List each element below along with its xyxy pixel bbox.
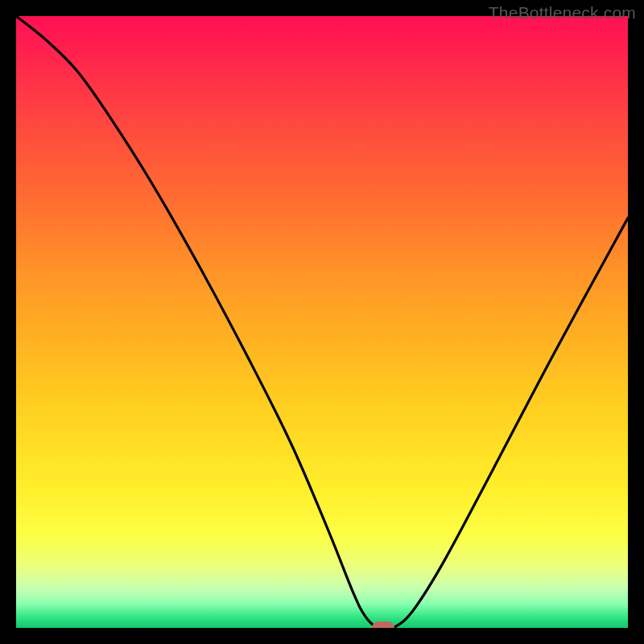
plot-area: [16, 16, 628, 628]
bottleneck-marker: [372, 621, 394, 628]
chart-frame: TheBottleneck.com: [0, 0, 644, 644]
bottleneck-curve: [16, 16, 628, 628]
watermark-text: TheBottleneck.com: [489, 3, 636, 23]
